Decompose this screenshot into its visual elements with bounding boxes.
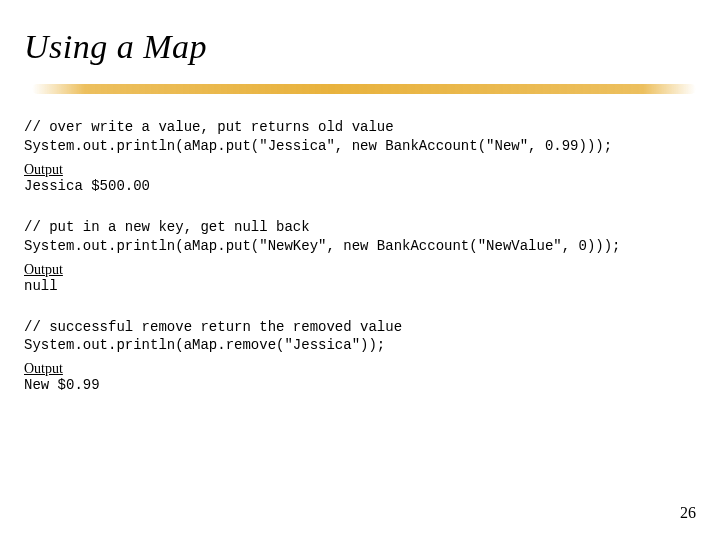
output-label: Output bbox=[24, 262, 696, 278]
title-underline bbox=[24, 78, 696, 104]
code-comment: // successful remove return the removed … bbox=[24, 318, 696, 337]
output-label: Output bbox=[24, 361, 696, 377]
example-block-1: // over write a value, put returns old v… bbox=[24, 118, 696, 194]
brushstroke-icon bbox=[32, 84, 696, 94]
output-value: null bbox=[24, 278, 696, 294]
code-comment: // over write a value, put returns old v… bbox=[24, 118, 696, 137]
output-value: New $0.99 bbox=[24, 377, 696, 393]
example-block-2: // put in a new key, get null back Syste… bbox=[24, 218, 696, 294]
code-line: System.out.println(aMap.put("Jessica", n… bbox=[24, 137, 696, 156]
example-block-3: // successful remove return the removed … bbox=[24, 318, 696, 394]
output-value: Jessica $500.00 bbox=[24, 178, 696, 194]
code-comment: // put in a new key, get null back bbox=[24, 218, 696, 237]
slide-title: Using a Map bbox=[24, 28, 696, 66]
code-line: System.out.println(aMap.remove("Jessica"… bbox=[24, 336, 696, 355]
page-number: 26 bbox=[680, 504, 696, 522]
output-label: Output bbox=[24, 162, 696, 178]
code-line: System.out.println(aMap.put("NewKey", ne… bbox=[24, 237, 696, 256]
